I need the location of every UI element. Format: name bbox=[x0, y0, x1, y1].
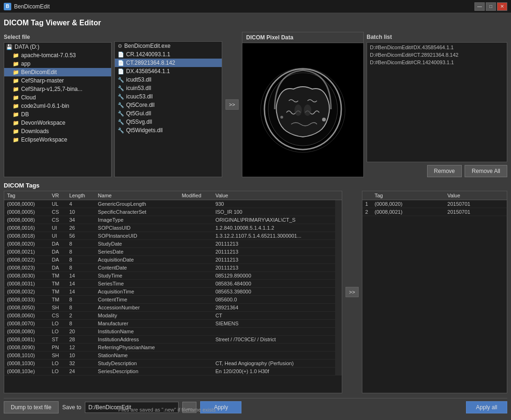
table-row[interactable]: (0008,0000) UL 4 GenericGroupLength 930 bbox=[4, 200, 342, 208]
table-row[interactable]: (0008,0031) TM 14 SeriesTime 085836.4840… bbox=[4, 280, 342, 288]
cell-vr: ST bbox=[49, 336, 66, 344]
table-row[interactable]: (0008,103e) LO 24 SeriesDescription En 1… bbox=[4, 368, 342, 375]
right-table-row[interactable]: 1 (0008,0020) 20150701 bbox=[362, 200, 507, 208]
table-row[interactable]: (0008,0032) TM 14 AcquisitionTime 085653… bbox=[4, 288, 342, 296]
table-row[interactable]: (0008,1010) SH 10 StationName bbox=[4, 352, 342, 360]
tree-item[interactable]: 📁CefSharp-master bbox=[4, 76, 111, 85]
table-row[interactable]: (0008,0016) UI 26 SOPClassUID 1.2.840.10… bbox=[4, 224, 342, 232]
cell-tag: (0008,0030) bbox=[4, 272, 49, 280]
file-list-item[interactable]: 🔧icuuc53.dll bbox=[115, 92, 222, 101]
cell-value: 085653.398000 bbox=[212, 288, 335, 296]
file-list-item[interactable]: 📄DX.43585464.1.1 bbox=[115, 67, 222, 75]
scroll-cell bbox=[335, 368, 342, 375]
apply-all-button[interactable]: Apply all bbox=[466, 401, 507, 413]
cell-modified bbox=[179, 368, 213, 375]
cell-value bbox=[212, 344, 335, 352]
rcell-num: 1 bbox=[362, 200, 372, 208]
cell-name: AcquisitionDate bbox=[95, 256, 179, 264]
remove-button[interactable]: Remove bbox=[427, 165, 462, 177]
cell-modified bbox=[179, 224, 213, 232]
tags-table-container[interactable]: Tag VR Length Name Modified Value (0008,… bbox=[4, 191, 342, 393]
tree-item[interactable]: 📁Downloads bbox=[4, 127, 111, 135]
table-row[interactable]: (0008,0050) SH 8 AccessionNumber 2892136… bbox=[4, 304, 342, 312]
cell-tag: (0008,0050) bbox=[4, 304, 49, 312]
close-button[interactable]: ✕ bbox=[497, 2, 507, 11]
table-row[interactable]: (0008,0081) ST 28 InstitutionAddress Str… bbox=[4, 336, 342, 344]
remove-all-button[interactable]: Remove All bbox=[465, 165, 507, 177]
table-row[interactable]: (0008,1030) LO 32 StudyDescription CT, H… bbox=[4, 360, 342, 368]
cell-name: StudyDescription bbox=[95, 360, 179, 368]
cell-value: CT bbox=[212, 312, 335, 320]
file-list-item[interactable]: 🔧icudt53.dll bbox=[115, 75, 222, 84]
right-tags-table: Tag Value 1 (0008,0020) 20150701 2 (0008… bbox=[362, 191, 507, 216]
file-list-item[interactable]: 📄CT.28921364.8.142 bbox=[115, 59, 222, 67]
maximize-button[interactable]: □ bbox=[486, 2, 496, 11]
cell-value bbox=[212, 328, 335, 336]
cell-length: 8 bbox=[67, 320, 95, 328]
tree-item[interactable]: 📁DevonWorkspace bbox=[4, 119, 111, 127]
table-row[interactable]: (0008,0080) LO 20 InstitutionName bbox=[4, 328, 342, 336]
scroll-cell bbox=[335, 344, 342, 352]
batch-list-item[interactable]: D:#BenDicomEdit#CT.28921364.8.142 bbox=[368, 51, 506, 59]
file-list-item[interactable]: 🔧Qt5Widgets.dll bbox=[115, 126, 222, 135]
table-row[interactable]: (0008,0030) TM 14 StudyTime 085129.89000… bbox=[4, 272, 342, 280]
table-row[interactable]: (0008,0070) LO 8 Manufacturer SIEMENS bbox=[4, 320, 342, 328]
file-list-item[interactable]: 📄CR.14240093.1.1 bbox=[115, 50, 222, 59]
cell-value: ISO_IR 100 bbox=[212, 208, 335, 216]
file-list-item[interactable]: 🔧Qt5Gui.dll bbox=[115, 109, 222, 118]
cell-value bbox=[212, 352, 335, 360]
col-length: Length bbox=[67, 191, 95, 200]
tree-item[interactable]: 📁BenDicomEdit bbox=[4, 68, 111, 76]
arrow-forward-button[interactable]: >> bbox=[225, 99, 239, 110]
table-row[interactable]: (0008,0005) CS 10 SpecificCharacterSet I… bbox=[4, 208, 342, 216]
minimize-button[interactable]: — bbox=[474, 2, 485, 11]
table-row[interactable]: (0008,0060) CS 2 Modality CT bbox=[4, 312, 342, 320]
tree-item[interactable]: 📁app bbox=[4, 60, 111, 68]
cell-vr: DA bbox=[49, 240, 66, 248]
file-list-item[interactable]: ⚙BenDicomEdit.exe bbox=[115, 42, 222, 50]
table-row[interactable]: (0008,0023) DA 8 ContentDate 20111213 bbox=[4, 264, 342, 272]
file-list-item[interactable]: 🔧Qt5Svg.dll bbox=[115, 118, 222, 126]
file-list-item[interactable]: 🔧Qt5Core.dll bbox=[115, 101, 222, 109]
tree-item[interactable]: 📁apache-tomcat-7.0.53 bbox=[4, 51, 111, 60]
cell-modified bbox=[179, 296, 213, 304]
tags-area: Tag VR Length Name Modified Value (0008,… bbox=[4, 191, 507, 393]
scroll-cell bbox=[335, 336, 342, 344]
tree-item[interactable]: 📁code2uml-0.6.1-bin bbox=[4, 102, 111, 110]
cell-modified bbox=[179, 208, 213, 216]
tree-item[interactable]: 📁Cloud bbox=[4, 93, 111, 102]
dump-button[interactable]: Dump to text file bbox=[4, 401, 59, 413]
tree-item[interactable]: 💾DATA (D:) bbox=[4, 43, 111, 51]
file-list-item[interactable]: 🔧icuin53.dll bbox=[115, 84, 222, 92]
tags-header: DICOM Tags bbox=[4, 180, 507, 191]
batch-list-item[interactable]: D:#BenDicomEdit#DX.43585464.1.1 bbox=[368, 44, 506, 51]
cell-modified bbox=[179, 240, 213, 248]
table-row[interactable]: (0008,0022) DA 8 AcquisitionDate 2011121… bbox=[4, 256, 342, 264]
col-vr: VR bbox=[49, 191, 66, 200]
cell-vr: TM bbox=[49, 272, 66, 280]
cell-tag: (0008,0032) bbox=[4, 288, 49, 296]
table-row[interactable]: (0008,0021) DA 8 SeriesDate 20111213 bbox=[4, 248, 342, 256]
tags-arrow-button[interactable]: >> bbox=[346, 287, 359, 297]
cell-value: 20111213 bbox=[212, 256, 335, 264]
scroll-cell bbox=[335, 232, 342, 240]
tree-item[interactable]: 📁CefSharp-v1,25,7-bina... bbox=[4, 85, 111, 93]
table-row[interactable]: (0008,0008) CS 34 ImageType ORIGINAL\PRI… bbox=[4, 216, 342, 224]
tags-right-panel[interactable]: Tag Value 1 (0008,0020) 20150701 2 (0008… bbox=[362, 191, 507, 393]
batch-list[interactable]: D:#BenDicomEdit#DX.43585464.1.1D:#BenDic… bbox=[367, 42, 507, 162]
right-table-row[interactable]: 2 (0008,0021) 20150701 bbox=[362, 208, 507, 216]
tree-item[interactable]: 📁DB bbox=[4, 110, 111, 119]
table-row[interactable]: (0008,0020) DA 8 StudyDate 20111213 bbox=[4, 240, 342, 248]
table-row[interactable]: (0008,0018) UI 56 SOPInstanceUID 1.3.12.… bbox=[4, 232, 342, 240]
file-list[interactable]: ⚙BenDicomEdit.exe📄CR.14240093.1.1📄CT.289… bbox=[114, 41, 222, 177]
cell-length: 10 bbox=[67, 352, 95, 360]
tree-item[interactable]: 📁EclipseWorkspace bbox=[4, 135, 111, 144]
cell-length: 34 bbox=[67, 216, 95, 224]
file-tree[interactable]: 💾DATA (D:)📁apache-tomcat-7.0.53📁app📁BenD… bbox=[4, 42, 112, 177]
cell-vr: LO bbox=[49, 320, 66, 328]
table-row[interactable]: (0008,0090) PN 12 ReferringPhysicianName bbox=[4, 344, 342, 352]
rcol-num bbox=[362, 191, 372, 200]
main-container: DICOM Tag Viewer & Editor Select file 💾D… bbox=[0, 13, 511, 420]
batch-list-item[interactable]: D:#BenDicomEdit#CR.14240093.1.1 bbox=[368, 59, 506, 66]
table-row[interactable]: (0008,0033) TM 8 ContentTime 085600.0 bbox=[4, 296, 342, 304]
